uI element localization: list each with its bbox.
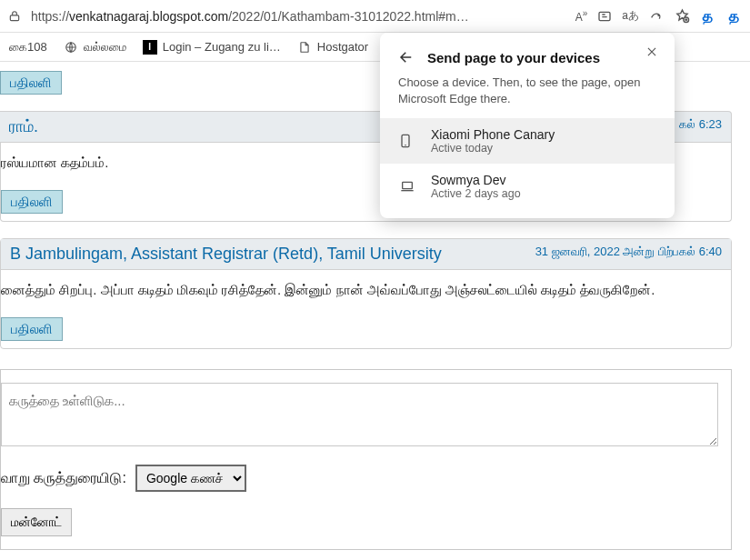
enter-immersive-icon[interactable] — [596, 8, 613, 25]
popup-title: Send page to your devices — [427, 50, 600, 65]
device-info: Sowmya Dev Active 2 days ago — [431, 173, 521, 200]
close-icon[interactable] — [645, 45, 658, 58]
file-icon — [297, 40, 312, 55]
bookmark-label: Login – Zugang zu li… — [163, 40, 281, 54]
reply-button[interactable]: பதிலளி — [1, 190, 63, 214]
laptop-icon — [398, 179, 416, 194]
lang-button-b[interactable]: த — [725, 8, 743, 25]
translate-icon[interactable]: aあ — [622, 8, 639, 24]
identity-label: வாறு கருத்துரையிடு: — [1, 470, 126, 486]
comment-author[interactable]: ராம். — [9, 117, 38, 136]
svg-rect-5 — [403, 183, 413, 189]
bookmark-label: வல்லமை — [84, 40, 126, 55]
bookmark-item[interactable]: வல்லமை — [64, 40, 126, 55]
text-size-icon[interactable]: A» — [575, 8, 588, 24]
url-path: /2022/01/Kathambam-31012022.html#m — [228, 9, 456, 24]
comment-textarea[interactable] — [1, 383, 718, 446]
svg-rect-0 — [10, 15, 18, 20]
back-icon[interactable] — [398, 49, 415, 65]
bookmark-favicon — [64, 40, 78, 55]
bookmark-favicon: I — [143, 40, 157, 55]
send-to-devices-popup: Send page to your devices Choose a devic… — [380, 33, 675, 218]
comment-body: னைத்தும் சிறப்பு. அப்பா கடிதம் மிகவும் ர… — [1, 270, 731, 312]
favorite-icon[interactable] — [674, 8, 690, 25]
comment-form: வாறு கருத்துரையிடு: Google கணச் மன்னோட் — [0, 369, 732, 550]
url-prefix: https:// — [31, 9, 69, 24]
device-item[interactable]: Sowmya Dev Active 2 days ago — [380, 164, 675, 209]
comment-timestamp[interactable]: 31 ஜனவரி, 2022 அன்று பிற்பகல் 6:40 — [535, 245, 722, 259]
share-icon[interactable] — [648, 8, 665, 25]
url-domain: venkatnagaraj.blogspot.com — [69, 9, 228, 24]
bookmark-item[interactable]: கை108 — [9, 40, 47, 55]
phone-icon — [398, 131, 416, 151]
comment-author[interactable]: B Jambulingam, Assistant Registrar (Retd… — [10, 245, 442, 264]
bookmark-label: கை108 — [9, 40, 47, 55]
preview-button[interactable]: மன்னோட் — [1, 508, 72, 536]
url-text[interactable]: https://venkatnagaraj.blogspot.com/2022/… — [31, 9, 566, 24]
device-name: Sowmya Dev — [431, 173, 521, 187]
bookmark-item[interactable]: ILogin – Zugang zu li… — [143, 40, 281, 55]
address-bar: https://venkatnagaraj.blogspot.com/2022/… — [0, 0, 750, 33]
bookmark-item[interactable]: Hostgator — [297, 40, 368, 55]
comment-timestamp[interactable]: கல் 6:23 — [679, 117, 722, 136]
identity-select[interactable]: Google கணச் — [135, 465, 246, 492]
device-info: Xiaomi Phone Canary Active today — [431, 127, 555, 155]
reply-button[interactable]: பதிலளி — [0, 71, 62, 95]
device-name: Xiaomi Phone Canary — [431, 127, 555, 142]
comment-block: B Jambulingam, Assistant Registrar (Retd… — [0, 238, 732, 349]
popup-header: Send page to your devices — [380, 49, 675, 75]
popup-description: Choose a device. Then, to see the page, … — [380, 75, 675, 118]
device-status: Active today — [431, 142, 555, 155]
identity-row: வாறு கருத்துரையிடு: Google கணச் — [1, 465, 731, 492]
device-status: Active 2 days ago — [431, 187, 521, 200]
comment-header: B Jambulingam, Assistant Registrar (Retd… — [1, 239, 731, 270]
bookmark-label: Hostgator — [317, 40, 368, 54]
device-item[interactable]: Xiaomi Phone Canary Active today — [380, 118, 675, 164]
reply-button[interactable]: பதிலளி — [1, 317, 63, 341]
lang-button-a[interactable]: த — [699, 8, 716, 25]
site-info-icon[interactable] — [7, 9, 22, 24]
